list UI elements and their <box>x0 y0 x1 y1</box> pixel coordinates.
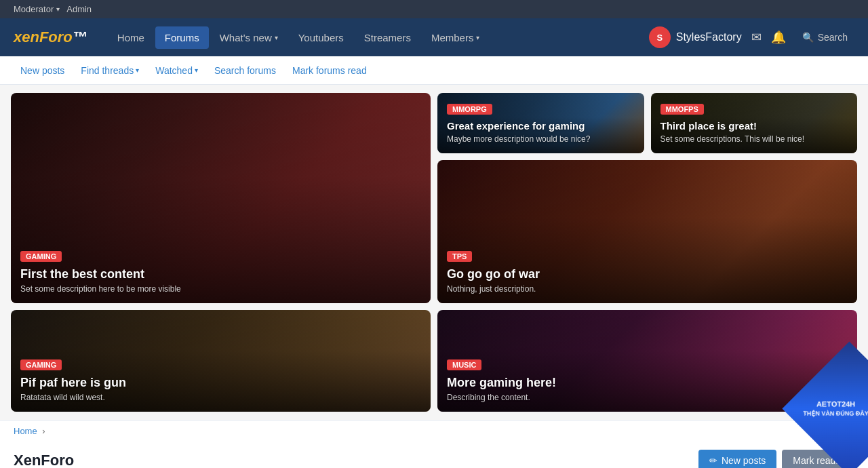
chevron-down-icon: ▾ <box>476 34 479 41</box>
new-posts-icon: ✏ <box>709 455 717 466</box>
page-title: XenForo <box>14 452 74 468</box>
cards-container: Gaming First the best content Set some d… <box>0 85 868 420</box>
bell-icon[interactable]: 🔔 <box>771 30 786 45</box>
admin-bar: Moderator Admin <box>0 0 868 18</box>
card-content: MMOFPS Third place is great! Set some de… <box>651 93 858 153</box>
nav-item-members[interactable]: Members ▾ <box>422 26 490 49</box>
sub-nav-search-forums[interactable]: Search forums <box>208 61 283 80</box>
card-desc: Set some description here to be more vis… <box>20 284 421 294</box>
sub-nav-watched[interactable]: Watched ▾ <box>149 61 205 80</box>
card-tps[interactable]: TPS Go go go of war Nothing, just descri… <box>437 160 857 303</box>
card-desc: Maybe more description would be nice? <box>447 134 635 144</box>
card-desc: Nothing, just description. <box>447 284 848 294</box>
nav-item-youtubers[interactable]: Youtubers <box>289 26 353 49</box>
nav-item-whats-new[interactable]: What's new ▾ <box>210 26 288 49</box>
card-title: Third place is great! <box>660 120 848 132</box>
card-content: MMORPG Great experience for gaming Maybe… <box>437 93 644 153</box>
card-desc: Describing the content. <box>447 393 848 402</box>
card-title: More gaming here! <box>447 376 848 390</box>
card-desc: Set some descriptions. This will be nice… <box>660 134 848 144</box>
page-footer-bar: XenForo ✏ New posts Mark read... <box>0 442 868 468</box>
mail-icon[interactable]: ✉ <box>751 30 762 45</box>
chevron-down-icon: ▾ <box>195 66 198 74</box>
breadcrumb-separator: › <box>42 426 45 436</box>
new-posts-button[interactable]: ✏ New posts <box>698 450 776 468</box>
card-content: Gaming First the best content Set some d… <box>11 240 431 303</box>
user-avatar: S <box>649 26 671 48</box>
card-tag: Gaming <box>20 251 62 262</box>
card-gaming-large[interactable]: Gaming First the best content Set some d… <box>11 93 431 303</box>
card-western[interactable]: Gaming Pif paf here is gun Ratatata wild… <box>11 310 431 412</box>
sub-nav: New posts Find threads ▾ Watched ▾ Searc… <box>0 56 868 85</box>
card-tag: Music <box>447 359 481 370</box>
sub-nav-find-threads[interactable]: Find threads ▾ <box>74 61 146 80</box>
chevron-down-icon: ▾ <box>275 34 278 41</box>
card-tag: MMORPG <box>447 104 492 115</box>
breadcrumb-home[interactable]: Home <box>14 426 37 436</box>
card-tag: Gaming <box>20 359 62 370</box>
user-menu[interactable]: S StylesFactory <box>649 26 742 48</box>
sub-nav-mark-forums-read[interactable]: Mark forums read <box>285 61 374 80</box>
card-title: Pif paf here is gun <box>20 376 421 390</box>
card-mmofps[interactable]: MMOFPS Third place is great! Set some de… <box>651 93 858 153</box>
card-mmorpg[interactable]: MMORPG Great experience for gaming Maybe… <box>437 93 644 153</box>
cards-row-1: Gaming First the best content Set some d… <box>11 93 857 303</box>
right-top-row: MMORPG Great experience for gaming Maybe… <box>437 93 857 153</box>
card-tag: TPS <box>447 251 472 262</box>
main-nav: xenForo™ Home Forums What's new ▾ Youtub… <box>0 18 868 56</box>
card-desc: Ratatata wild wild west. <box>20 393 421 402</box>
nav-right: S StylesFactory ✉ 🔔 🔍 Search <box>649 26 854 48</box>
watermark-text: AETOT24H THỆN VÀN ĐÚNG ĐÂY <box>803 399 868 418</box>
sub-nav-new-posts[interactable]: New posts <box>14 61 71 80</box>
nav-item-forums[interactable]: Forums <box>155 26 209 49</box>
card-title: Great experience for gaming <box>447 120 635 132</box>
admin-link[interactable]: Admin <box>66 4 92 14</box>
card-title: Go go go of war <box>447 267 848 281</box>
search-button[interactable]: 🔍 Search <box>795 28 854 46</box>
card-tag: MMOFPS <box>660 104 704 115</box>
nav-items: Home Forums What's new ▾ Youtubers Strea… <box>108 26 649 49</box>
nav-item-streamers[interactable]: Streamers <box>355 26 420 49</box>
nav-item-home[interactable]: Home <box>108 26 154 49</box>
site-logo[interactable]: xenForo™ <box>14 28 87 46</box>
card-content: Gaming Pif paf here is gun Ratatata wild… <box>11 349 431 412</box>
card-title: First the best content <box>20 267 421 281</box>
card-content: TPS Go go go of war Nothing, just descri… <box>437 240 857 303</box>
cards-row-2: Gaming Pif paf here is gun Ratatata wild… <box>11 310 857 412</box>
breadcrumb: Home › <box>0 420 868 442</box>
search-icon: 🔍 <box>802 32 814 43</box>
moderator-menu[interactable]: Moderator <box>14 4 60 14</box>
username: StylesFactory <box>676 31 742 43</box>
chevron-down-icon: ▾ <box>136 66 139 74</box>
right-col: MMORPG Great experience for gaming Maybe… <box>437 93 857 303</box>
